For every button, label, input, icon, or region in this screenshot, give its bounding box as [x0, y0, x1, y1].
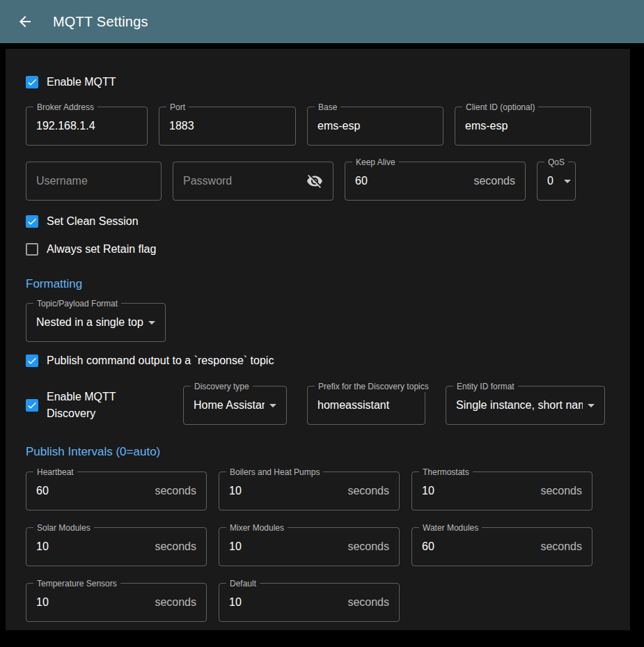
interval-field-solar[interactable]: Solar Modules seconds: [26, 527, 207, 566]
clean-session-label: Set Clean Session: [47, 213, 139, 230]
seconds-suffix: seconds: [540, 540, 582, 553]
username-field[interactable]: [26, 162, 162, 201]
publish-response-label: Publish command output to a `response` t…: [47, 352, 274, 369]
publish-intervals-grid: Heartbeat seconds Boilers and Heat Pumps…: [26, 471, 610, 622]
discovery-type-select[interactable]: Discovery type Home Assistant: [183, 386, 287, 425]
checkbox-icon: [26, 215, 38, 228]
entity-id-format-value: Single instance, short name: [456, 399, 583, 412]
password-field[interactable]: [173, 162, 333, 201]
entity-id-format-select[interactable]: Entity ID format Single instance, short …: [446, 386, 605, 425]
mqtt-discovery-label: Enable MQTT Discovery: [47, 389, 163, 422]
base-field[interactable]: Base: [307, 107, 443, 146]
seconds-suffix: seconds: [347, 540, 389, 553]
clean-session-checkbox[interactable]: Set Clean Session: [26, 213, 610, 230]
interval-input[interactable]: [229, 540, 342, 553]
interval-field-thermostats[interactable]: Thermostats seconds: [411, 471, 592, 510]
client-id-field[interactable]: Client ID (optional): [455, 107, 591, 146]
field-label: Water Modules: [419, 522, 482, 533]
field-label: Heartbeat: [33, 467, 77, 478]
interval-input[interactable]: [422, 540, 535, 553]
retain-flag-checkbox[interactable]: Always set Retain flag: [26, 241, 610, 258]
broker-address-input[interactable]: [36, 120, 137, 132]
visibility-off-icon[interactable]: [306, 173, 323, 189]
dropdown-caret-icon: [559, 173, 576, 189]
connection-row-2: Keep Alive seconds QoS 0: [26, 162, 610, 201]
interval-field-default[interactable]: Default seconds: [219, 583, 400, 622]
checkbox-icon: [26, 76, 38, 88]
password-input[interactable]: [183, 175, 306, 187]
interval-input[interactable]: [422, 485, 535, 497]
field-label: Discovery type: [191, 381, 253, 392]
interval-field-boilers[interactable]: Boilers and Heat Pumps seconds: [219, 471, 400, 510]
keep-alive-input[interactable]: [355, 175, 468, 187]
field-label: Solar Modules: [33, 522, 94, 533]
field-label: Base: [315, 102, 340, 113]
discovery-prefix-input[interactable]: [317, 399, 415, 412]
interval-input[interactable]: [36, 485, 149, 497]
field-label: Port: [166, 102, 189, 113]
interval-input[interactable]: [36, 596, 149, 609]
base-input[interactable]: [317, 120, 433, 132]
field-label: Boilers and Heat Pumps: [226, 467, 323, 478]
seconds-suffix: seconds: [347, 596, 389, 609]
qos-select[interactable]: QoS 0: [537, 162, 576, 201]
port-field[interactable]: Port: [159, 107, 296, 146]
field-label: Keep Alive: [352, 157, 399, 168]
seconds-suffix: seconds: [155, 540, 196, 553]
seconds-suffix: seconds: [540, 485, 582, 497]
discovery-prefix-field[interactable]: Prefix for the Discovery topics: [307, 386, 425, 425]
client-id-input[interactable]: [465, 120, 581, 132]
interval-field-water[interactable]: Water Modules seconds: [411, 527, 592, 566]
interval-input[interactable]: [229, 485, 342, 497]
field-label: QoS: [544, 157, 568, 168]
publish-response-checkbox[interactable]: Publish command output to a `response` t…: [26, 352, 610, 369]
seconds-suffix: seconds: [155, 596, 196, 609]
interval-field-temperature[interactable]: Temperature Sensors seconds: [26, 583, 207, 622]
enable-mqtt-label: Enable MQTT: [47, 74, 116, 91]
field-label: Broker Address: [33, 102, 97, 113]
field-label: Mixer Modules: [226, 522, 288, 533]
seconds-suffix: seconds: [347, 485, 389, 497]
field-label: Entity ID format: [453, 381, 518, 392]
discovery-row: Enable MQTT Discovery Discovery type Hom…: [26, 386, 610, 425]
seconds-suffix: seconds: [473, 175, 515, 187]
field-label: Client ID (optional): [462, 102, 538, 113]
dropdown-caret-icon: [583, 397, 599, 414]
interval-field-mixer[interactable]: Mixer Modules seconds: [219, 527, 400, 566]
field-label: Prefix for the Discovery topics: [315, 381, 432, 392]
seconds-suffix: seconds: [155, 485, 196, 497]
interval-input[interactable]: [229, 596, 342, 609]
publish-intervals-heading: Publish Intervals (0=auto): [26, 444, 610, 460]
discovery-type-value: Home Assistant: [194, 399, 265, 412]
field-label: Thermostats: [419, 467, 473, 478]
back-arrow-icon[interactable]: [17, 13, 33, 30]
field-label: Default: [226, 578, 260, 589]
connection-row-1: Broker Address Port Base Client ID (opti…: [26, 107, 610, 146]
username-input[interactable]: [36, 175, 151, 187]
interval-input[interactable]: [36, 540, 149, 553]
dropdown-caret-icon: [143, 314, 160, 331]
checkbox-icon: [26, 354, 38, 367]
qos-value: 0: [547, 175, 559, 187]
app-header: MQTT Settings: [0, 0, 644, 43]
port-input[interactable]: [169, 120, 285, 132]
dropdown-caret-icon: [265, 397, 281, 414]
formatting-heading: Formatting: [26, 276, 610, 292]
field-label: Topic/Payload Format: [33, 298, 121, 309]
topic-format-value: Nested in a single topic: [36, 316, 143, 329]
interval-field-heartbeat[interactable]: Heartbeat seconds: [26, 471, 207, 510]
keep-alive-field[interactable]: Keep Alive seconds: [345, 162, 526, 201]
page-title: MQTT Settings: [53, 14, 148, 30]
field-label: Temperature Sensors: [33, 578, 120, 589]
checkbox-icon: [26, 243, 38, 256]
checkbox-icon: [26, 399, 38, 412]
enable-mqtt-checkbox[interactable]: Enable MQTT: [26, 74, 610, 91]
settings-panel: Enable MQTT Broker Address Port Base Cli…: [6, 49, 630, 630]
broker-address-field[interactable]: Broker Address: [26, 107, 148, 146]
mqtt-discovery-checkbox[interactable]: Enable MQTT Discovery: [26, 397, 163, 414]
topic-format-select[interactable]: Topic/Payload Format Nested in a single …: [26, 303, 166, 342]
retain-flag-label: Always set Retain flag: [47, 241, 156, 258]
